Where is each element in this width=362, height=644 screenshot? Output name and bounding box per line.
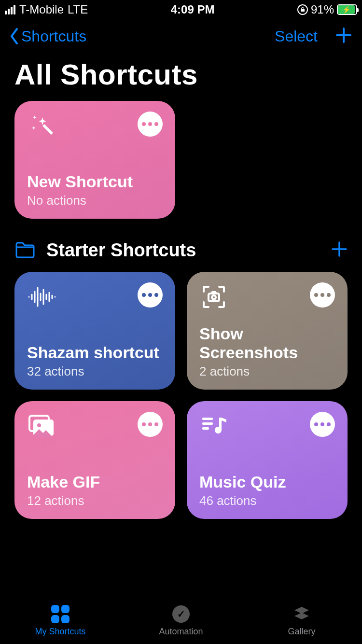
card-subtitle: No actions	[27, 193, 163, 208]
status-time: 4:09 PM	[171, 3, 215, 16]
card-more-button[interactable]	[310, 282, 335, 308]
charging-icon: ⚡	[342, 6, 350, 13]
battery-icon: ⚡	[337, 4, 357, 15]
card-more-button[interactable]	[138, 412, 163, 437]
photos-stack-icon	[27, 412, 56, 441]
shortcut-card-screenshots[interactable]: Show Screenshots 2 actions	[187, 272, 348, 390]
folder-icon	[14, 241, 36, 259]
back-button[interactable]: Shortcuts	[10, 28, 86, 45]
chevron-left-icon	[10, 28, 19, 44]
status-left: T-Mobile LTE	[5, 3, 88, 16]
card-title: Show Screenshots	[199, 324, 335, 362]
tab-my-shortcuts[interactable]: My Shortcuts	[0, 596, 121, 644]
svg-point-4	[37, 423, 41, 427]
card-more-button[interactable]	[310, 412, 335, 437]
card-more-button[interactable]	[138, 112, 163, 137]
tab-gallery[interactable]: Gallery	[241, 596, 362, 644]
section-title: Starter Shortcuts	[46, 240, 196, 261]
signal-icon	[5, 5, 15, 14]
status-bar: T-Mobile LTE 4:09 PM 91% ⚡	[0, 0, 362, 19]
svg-rect-6	[202, 422, 213, 425]
add-shortcut-button[interactable]	[335, 25, 352, 48]
automation-icon	[170, 603, 192, 625]
tab-label: Gallery	[288, 627, 315, 637]
nav-bar: Shortcuts Select	[0, 19, 362, 53]
shortcut-card-makegif[interactable]: Make GIF 12 actions	[14, 401, 175, 519]
svg-rect-5	[202, 418, 213, 420]
card-subtitle: 12 actions	[27, 493, 163, 508]
card-subtitle: 46 actions	[199, 493, 335, 508]
section-header: Starter Shortcuts	[0, 219, 362, 272]
back-label: Shortcuts	[21, 28, 86, 45]
shortcut-card-new[interactable]: New Shortcut No actions	[14, 101, 175, 219]
wand-icon	[27, 112, 56, 140]
card-title: Make GIF	[27, 473, 163, 491]
card-title: New Shortcut	[27, 172, 163, 191]
shortcut-card-shazam[interactable]: Shazam shortcut 32 actions	[14, 272, 175, 390]
viewfinder-camera-icon	[199, 282, 228, 311]
card-title: Shazam shortcut	[27, 343, 163, 362]
music-list-icon	[199, 412, 228, 441]
grid-icon	[50, 603, 71, 625]
section-add-button[interactable]	[331, 238, 348, 262]
battery-pct: 91%	[311, 3, 334, 16]
tab-label: Automation	[159, 627, 203, 637]
tab-automation[interactable]: Automation	[121, 596, 241, 644]
card-title: Music Quiz	[199, 473, 335, 491]
waveform-icon	[27, 282, 56, 311]
select-button[interactable]: Select	[275, 28, 318, 45]
card-more-button[interactable]	[138, 282, 163, 308]
tab-bar: My Shortcuts Automation Gallery	[0, 596, 362, 644]
svg-rect-7	[202, 427, 209, 430]
card-subtitle: 2 actions	[199, 364, 335, 379]
carrier-label: T-Mobile	[19, 3, 64, 16]
page-title: All Shortcuts	[0, 53, 362, 101]
shortcut-card-musicquiz[interactable]: Music Quiz 46 actions	[187, 401, 348, 519]
svg-point-1	[212, 295, 216, 299]
card-subtitle: 32 actions	[27, 364, 163, 379]
network-label: LTE	[68, 3, 88, 16]
status-right: 91% ⚡	[297, 3, 357, 16]
tab-label: My Shortcuts	[35, 627, 85, 637]
orientation-lock-icon	[297, 4, 308, 15]
gallery-icon	[291, 603, 312, 625]
